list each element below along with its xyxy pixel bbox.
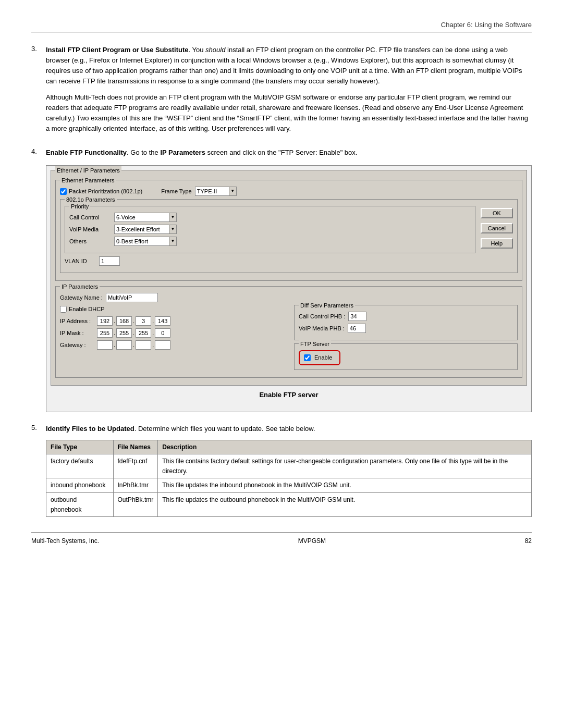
ip-octet-4[interactable] bbox=[155, 316, 170, 326]
ip-bottom-layout: Enable DHCP IP Address : . bbox=[60, 305, 518, 373]
vlan-label: VLAN ID bbox=[65, 257, 96, 266]
ip-mask-label: IP Mask : bbox=[60, 329, 94, 338]
footer-right: 82 bbox=[525, 537, 532, 545]
ip-octet-2[interactable] bbox=[116, 316, 132, 326]
item-4-content: Enable FTP Functionality. Go to the IP P… bbox=[46, 147, 532, 415]
mask-octet-1[interactable] bbox=[97, 328, 113, 338]
item-5-heading: Identify Files to be Updated bbox=[46, 425, 134, 433]
ip-params-title: IP Parameters bbox=[60, 282, 100, 291]
diff-serv-group: Diff Serv Parameters Call Control PHB : bbox=[294, 305, 518, 340]
mask-octet-2[interactable] bbox=[116, 328, 132, 338]
item-3-content: Install FTP Client Program or Use Substi… bbox=[46, 45, 532, 139]
voip-media-label: VoIP Media bbox=[69, 225, 111, 234]
ftp-enable-checkbox[interactable] bbox=[304, 354, 311, 361]
ip-left-col: Enable DHCP IP Address : . bbox=[60, 305, 284, 373]
gw-octet-2[interactable] bbox=[116, 340, 132, 350]
ftp-server-title: FTP Server bbox=[299, 340, 331, 349]
gw-octet-3[interactable] bbox=[136, 340, 151, 350]
item-3-number: 3. bbox=[31, 45, 46, 139]
item-4-text: Go to the bbox=[130, 149, 158, 156]
screenshot-caption: Enable FTP server bbox=[51, 390, 527, 400]
voip-phb-row: VoIP Media PHB : bbox=[299, 324, 513, 333]
help-button[interactable]: Help bbox=[481, 238, 513, 249]
item-5-content: Identify Files to be Updated. Determine … bbox=[46, 424, 532, 517]
call-control-value: 6-Voice bbox=[115, 213, 169, 222]
item-3-heading: Install FTP Client Program or Use Substi… bbox=[46, 46, 189, 54]
params-802-group: 802.1p Parameters Priority bbox=[60, 199, 518, 273]
ip-octet-1[interactable] bbox=[97, 316, 113, 326]
table-cell-file_names: OutPhBk.tmr bbox=[113, 492, 158, 516]
call-control-select[interactable]: 6-Voice ▼ bbox=[114, 213, 177, 222]
call-control-row: Call Control 6-Voice ▼ bbox=[69, 213, 471, 222]
frame-type-arrow[interactable]: ▼ bbox=[229, 187, 236, 195]
col-description: Description bbox=[158, 440, 532, 454]
footer-left: Multi-Tech Systems, Inc. bbox=[31, 537, 99, 545]
table-cell-description: This file updates the outbound phonebook… bbox=[158, 492, 532, 516]
ip-address-row: IP Address : . . bbox=[60, 316, 284, 326]
item-3-you: You bbox=[192, 46, 206, 54]
ok-button[interactable]: OK bbox=[481, 208, 513, 218]
mask-octet-3[interactable] bbox=[136, 328, 151, 338]
packet-label: Packet Prioritization (802.1p) bbox=[69, 187, 142, 196]
page-header: Chapter 6: Using the Software bbox=[31, 21, 532, 32]
enable-dhcp-row: Enable DHCP bbox=[60, 305, 284, 314]
cc-phb-label: Call Control PHB : bbox=[299, 312, 345, 321]
priority-title: Priority bbox=[69, 202, 90, 211]
content-area: 3. Install FTP Client Program or Use Sub… bbox=[31, 45, 532, 517]
gateway-name-input[interactable] bbox=[106, 293, 158, 302]
voip-media-arrow[interactable]: ▼ bbox=[169, 225, 176, 233]
ftp-server-group: FTP Server Enable bbox=[294, 343, 518, 370]
ip-mask-row: IP Mask : . . . bbox=[60, 328, 284, 338]
others-arrow[interactable]: ▼ bbox=[169, 237, 176, 245]
item-4: 4. Enable FTP Functionality. Go to the I… bbox=[31, 147, 532, 415]
others-row: Others 0-Best Effort ▼ bbox=[69, 237, 471, 246]
item-5: 5. Identify Files to be Updated. Determi… bbox=[31, 424, 532, 517]
packet-checkbox[interactable] bbox=[60, 188, 67, 195]
gw-octet-1[interactable] bbox=[97, 340, 113, 350]
enable-dhcp-checkbox[interactable] bbox=[60, 306, 67, 313]
outer-group-title: Ethernet / IP Parameters bbox=[55, 166, 121, 175]
item-3: 3. Install FTP Client Program or Use Sub… bbox=[31, 45, 532, 139]
mask-octet-4[interactable] bbox=[155, 328, 170, 338]
cc-phb-input[interactable] bbox=[348, 312, 366, 321]
enable-dhcp-label: Enable DHCP bbox=[69, 305, 104, 314]
others-select[interactable]: 0-Best Effort ▼ bbox=[114, 237, 177, 246]
item-4-number: 4. bbox=[31, 147, 46, 415]
item-4-text2: screen and click on the "FTP Server: Ena… bbox=[205, 149, 358, 156]
page-footer: Multi-Tech Systems, Inc. MVPGSM 82 bbox=[31, 533, 532, 545]
voip-phb-label: VoIP Media PHB : bbox=[299, 324, 345, 333]
frame-type-select[interactable]: TYPE-II ▼ bbox=[195, 187, 237, 196]
ip-address-label: IP Address : bbox=[60, 317, 94, 326]
ftp-enable-circle: Enable bbox=[299, 350, 340, 365]
table-cell-file_type: factory defaults bbox=[46, 454, 114, 478]
ip-octet-3[interactable] bbox=[136, 316, 151, 326]
voip-media-value: 3-Excellent Effort bbox=[115, 225, 169, 234]
cancel-button[interactable]: Cancel bbox=[481, 223, 513, 233]
col-file-names: File Names bbox=[113, 440, 158, 454]
item-3-dot: . bbox=[189, 46, 192, 54]
frame-type-value: TYPE-II bbox=[195, 187, 229, 196]
page: Chapter 6: Using the Software 3. Install… bbox=[0, 0, 563, 728]
ethernet-group-title: Ethernet Parameters bbox=[60, 176, 116, 185]
vlan-input[interactable] bbox=[99, 256, 120, 266]
item-3-should: should bbox=[205, 46, 225, 54]
table-row: inbound phonebookInPhBk.tmrThis file upd… bbox=[46, 478, 532, 493]
ethernet-group: Ethernet Parameters Packet Prioritizatio… bbox=[55, 180, 522, 281]
item-5-number: 5. bbox=[31, 424, 46, 517]
voip-media-select[interactable]: 3-Excellent Effort ▼ bbox=[114, 225, 177, 234]
gateway-label: Gateway : bbox=[60, 341, 94, 350]
gateway-name-row: Gateway Name : bbox=[60, 293, 518, 302]
table-cell-file_names: fdefFtp.cnf bbox=[113, 454, 158, 478]
item-4-bold: IP Parameters bbox=[160, 149, 205, 156]
ip-mask-inputs: . . . bbox=[97, 328, 170, 338]
table-cell-description: This file updates the inbound phonebook … bbox=[158, 478, 532, 493]
call-control-arrow[interactable]: ▼ bbox=[169, 213, 176, 221]
voip-phb-input[interactable] bbox=[348, 324, 366, 333]
item-5-dot: . bbox=[134, 425, 138, 433]
gw-octet-4[interactable] bbox=[155, 340, 170, 350]
frame-type-label: Frame Type bbox=[161, 187, 192, 196]
gateway-inputs: . . . bbox=[97, 340, 170, 350]
table-header-row: File Type File Names Description bbox=[46, 440, 532, 454]
ip-address-inputs: . . . bbox=[97, 316, 170, 326]
table-row: factory defaultsfdefFtp.cnfThis file con… bbox=[46, 454, 532, 478]
